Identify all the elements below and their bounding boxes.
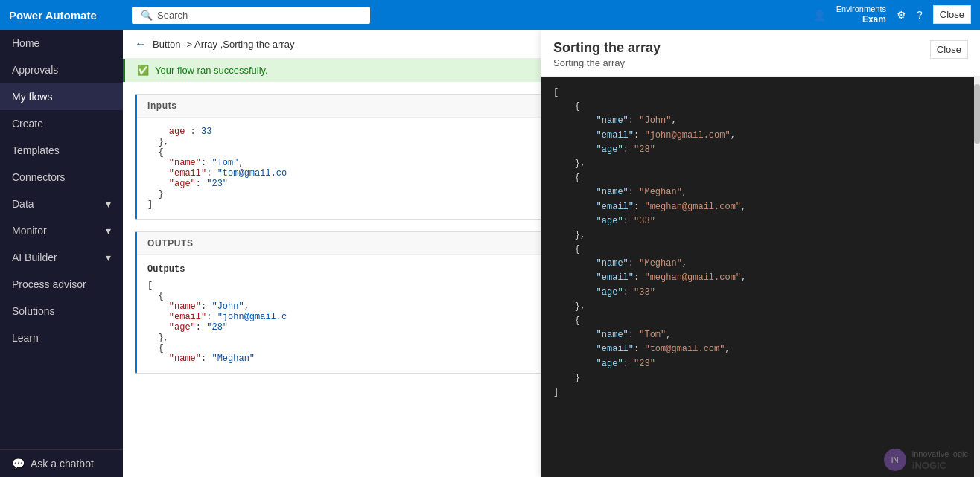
sidebar-item-monitor[interactable]: Monitor ▾ <box>0 217 123 244</box>
search-icon: 🔍 <box>141 10 153 21</box>
json-viewer[interactable]: [ { "name": "John", "email": "john@gmail… <box>541 77 974 477</box>
topbar: 🔍 Search 👤 Environments Exam ⚙ ? Close <box>123 0 980 30</box>
sidebar-item-data[interactable]: Data ▾ <box>0 191 123 217</box>
sidebar-item-learn[interactable]: Learn <box>0 324 123 351</box>
sidebar-item-approvals[interactable]: Approvals <box>0 57 123 83</box>
scrollbar-thumb[interactable] <box>974 84 980 144</box>
environment-info: Environments Exam <box>836 4 886 26</box>
settings-icon[interactable]: ⚙ <box>897 9 906 21</box>
brand-logo: iN <box>884 449 906 471</box>
panel-title: Sorting the array <box>553 40 661 56</box>
sidebar-bottom: 💬 Ask a chatbot <box>0 449 123 477</box>
breadcrumb-path: Button -> Array ,Sorting the array <box>153 39 294 50</box>
panel-content: [ { "name": "John", "email": "john@gmail… <box>541 77 980 477</box>
sidebar-item-process-advisor[interactable]: Process advisor <box>0 271 123 298</box>
sidebar: Power Automate Home Approvals My flows C… <box>0 0 123 477</box>
success-icon: ✅ <box>137 65 149 76</box>
brand-info: innovative logic iNOGIC <box>912 449 968 470</box>
chevron-down-icon: ▾ <box>106 252 111 263</box>
chevron-down-icon: ▾ <box>106 225 111 237</box>
close-button[interactable]: Close <box>933 5 971 24</box>
sidebar-item-create[interactable]: Create <box>0 110 123 137</box>
sidebar-item-solutions[interactable]: Solutions <box>0 298 123 324</box>
chevron-down-icon: ▾ <box>106 198 111 210</box>
panel-header: Sorting the array Sorting the array Clos… <box>541 30 980 77</box>
user-icon[interactable]: 👤 <box>813 9 826 21</box>
content-area: ← Button -> Array ,Sorting the array ✅ Y… <box>123 30 980 477</box>
search-box[interactable]: 🔍 Search <box>132 7 370 24</box>
right-panel: Sorting the array Sorting the array Clos… <box>541 30 980 477</box>
topbar-left: 🔍 Search <box>132 7 370 24</box>
chatbot-icon: 💬 <box>12 458 25 470</box>
panel-subtitle: Sorting the array <box>553 57 661 68</box>
panel-title-group: Sorting the array Sorting the array <box>553 40 661 68</box>
ask-chatbot-item[interactable]: 💬 Ask a chatbot <box>0 450 123 477</box>
sidebar-item-templates[interactable]: Templates <box>0 137 123 164</box>
help-icon[interactable]: ? <box>917 9 923 21</box>
sidebar-item-connectors[interactable]: Connectors <box>0 164 123 191</box>
brand-footer: iN innovative logic iNOGIC <box>884 449 968 471</box>
sidebar-item-my-flows[interactable]: My flows <box>0 83 123 110</box>
sidebar-item-ai-builder[interactable]: AI Builder ▾ <box>0 244 123 271</box>
back-button[interactable]: ← <box>135 37 147 51</box>
main-area: 🔍 Search 👤 Environments Exam ⚙ ? Close ←… <box>123 0 980 477</box>
sidebar-item-home[interactable]: Home <box>0 30 123 57</box>
topbar-right: 👤 Environments Exam ⚙ ? Close <box>813 4 971 26</box>
app-title: Power Automate <box>0 0 123 30</box>
scrollbar-track[interactable] <box>974 77 980 477</box>
panel-close-button[interactable]: Close <box>930 40 968 59</box>
